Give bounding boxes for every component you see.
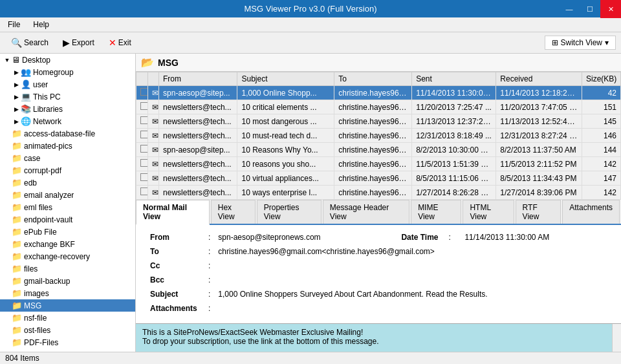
sidebar-item-exchange-recovery[interactable]: 📁exchange-recovery bbox=[0, 250, 135, 262]
expand-icon-network[interactable]: ▶ bbox=[12, 117, 21, 126]
expand-icon-animated-pics[interactable] bbox=[3, 142, 12, 151]
tab-message-header[interactable]: Message Header View bbox=[323, 200, 409, 224]
checkbox-7[interactable] bbox=[140, 187, 147, 195]
tab-html[interactable]: HTML View bbox=[463, 200, 514, 224]
sidebar-item-email-analyzer[interactable]: 📁email analyzer bbox=[0, 189, 135, 201]
expand-icon-eml-files[interactable] bbox=[3, 203, 12, 212]
expand-icon-thispc[interactable]: ▶ bbox=[12, 92, 21, 102]
table-row[interactable]: ✉ newsletters@tech... 10 critical elemen… bbox=[136, 100, 621, 114]
expand-icon-edb[interactable] bbox=[3, 178, 12, 187]
checkbox-1[interactable] bbox=[140, 102, 147, 110]
email-check-3[interactable] bbox=[136, 129, 148, 143]
sidebar-item-exchange-bkf[interactable]: 📁exchange BKF bbox=[0, 238, 135, 250]
email-check-0[interactable] bbox=[136, 86, 148, 100]
sidebar-item-network[interactable]: ▶🌐Network bbox=[0, 115, 135, 127]
email-check-4[interactable] bbox=[136, 143, 148, 157]
sidebar-item-images[interactable]: 📁images bbox=[0, 287, 135, 299]
sidebar-item-animated-pics[interactable]: 📁animated-pics bbox=[0, 140, 135, 152]
sidebar-item-files[interactable]: 📁files bbox=[0, 262, 135, 275]
expand-icon-ost-files[interactable] bbox=[3, 326, 12, 335]
minimize-button[interactable]: — bbox=[559, 0, 580, 18]
preview-body-scrollbar[interactable] bbox=[612, 324, 621, 352]
tab-normal[interactable]: Normal Mail View bbox=[136, 200, 210, 225]
col-header-icon[interactable] bbox=[147, 72, 159, 86]
expand-icon-case[interactable] bbox=[3, 154, 12, 163]
sidebar-item-pdf-files[interactable]: 📁PDF-Files bbox=[0, 336, 135, 348]
table-row[interactable]: ✉ newsletters@tech... 10 reasons you sho… bbox=[136, 157, 621, 171]
expand-icon-nsf-file[interactable] bbox=[3, 314, 12, 323]
email-check-6[interactable] bbox=[136, 171, 148, 186]
sidebar-item-endpoint-vault[interactable]: 📁endpoint-vault bbox=[0, 213, 135, 226]
expand-icon-user[interactable]: ▶ bbox=[12, 80, 21, 89]
tab-properties[interactable]: Properties View bbox=[257, 200, 321, 224]
exit-button[interactable]: ✕ Exit bbox=[103, 35, 137, 50]
folder-icon-edb: 📁 bbox=[12, 178, 22, 187]
sidebar-item-libraries[interactable]: ▶📚Libraries bbox=[0, 103, 135, 115]
expand-icon-gmail-backup[interactable] bbox=[3, 277, 12, 286]
tab-rtf[interactable]: RTF View bbox=[516, 200, 561, 224]
sidebar-item-thispc[interactable]: ▶💻This PC bbox=[0, 91, 135, 103]
email-check-5[interactable] bbox=[136, 157, 148, 171]
tab-attachments[interactable]: Attachments bbox=[562, 200, 620, 224]
export-button[interactable]: ▶ Export bbox=[57, 35, 100, 50]
col-header-from[interactable]: From bbox=[159, 72, 237, 86]
sidebar-item-gmail-backup[interactable]: 📁gmail-backup bbox=[0, 275, 135, 287]
table-row[interactable]: ✉ newsletters@tech... 10 virtual applian… bbox=[136, 171, 621, 186]
tab-mime[interactable]: MIME View bbox=[411, 200, 461, 224]
search-button[interactable]: 🔍 Search bbox=[5, 35, 54, 50]
sidebar-item-corrupt-pdf[interactable]: 📁corrupt-pdf bbox=[0, 164, 135, 177]
table-row[interactable]: ✉ newsletters@tech... 10 most dangerous … bbox=[136, 114, 621, 129]
table-row[interactable]: ✉ spn-aesop@sitep... 10 Reasons Why Yo..… bbox=[136, 143, 621, 157]
checkbox-6[interactable] bbox=[140, 173, 147, 181]
expand-icon-exchange-bkf[interactable] bbox=[3, 240, 12, 249]
close-button[interactable]: ✕ bbox=[600, 0, 621, 18]
switch-view-button[interactable]: ⊞ Switch View ▾ bbox=[545, 36, 616, 50]
email-check-1[interactable] bbox=[136, 100, 148, 114]
expand-icon-epub-file[interactable] bbox=[3, 228, 12, 237]
expand-icon-desktop[interactable]: ▼ bbox=[3, 56, 12, 65]
expand-icon-msg[interactable] bbox=[3, 301, 12, 310]
sidebar-item-desktop[interactable]: ▼🖥Desktop bbox=[0, 54, 135, 66]
sidebar-item-homegroup[interactable]: ▶👥Homegroup bbox=[0, 66, 135, 78]
table-row[interactable]: ✉ newsletters@tech... 10 ways enterprise… bbox=[136, 186, 621, 200]
checkbox-0[interactable] bbox=[140, 88, 147, 96]
checkbox-3[interactable] bbox=[140, 131, 147, 138]
col-header-sent[interactable]: Sent bbox=[412, 72, 496, 86]
sidebar-item-access-database-file[interactable]: 📁access-database-file bbox=[0, 127, 135, 140]
expand-icon-corrupt-pdf[interactable] bbox=[3, 166, 12, 175]
expand-icon-exchange-recovery[interactable] bbox=[3, 252, 12, 261]
sidebar-item-eml-files[interactable]: 📁eml files bbox=[0, 201, 135, 213]
expand-icon-homegroup[interactable]: ▶ bbox=[12, 68, 21, 77]
col-header-to[interactable]: To bbox=[334, 72, 412, 86]
col-header-received[interactable]: Received bbox=[496, 72, 582, 86]
sidebar-item-nsf-file[interactable]: 📁nsf-file bbox=[0, 312, 135, 324]
expand-icon-endpoint-vault[interactable] bbox=[3, 215, 12, 224]
table-row[interactable]: ✉ spn-aesop@sitep... 1,000 Online Shopp.… bbox=[136, 86, 621, 100]
maximize-button[interactable]: ☐ bbox=[580, 0, 600, 18]
sidebar-item-user[interactable]: ▶👤user bbox=[0, 78, 135, 91]
table-row[interactable]: ✉ newsletters@tech... 10 must-read tech … bbox=[136, 129, 621, 143]
sidebar-scroll-area[interactable]: ▼🖥Desktop▶👥Homegroup▶👤user▶💻This PC▶📚Lib… bbox=[0, 54, 135, 352]
expand-icon-email-analyzer[interactable] bbox=[3, 191, 12, 200]
email-check-7[interactable] bbox=[136, 186, 148, 200]
expand-icon-pdf-files[interactable] bbox=[3, 338, 12, 347]
col-header-subject[interactable]: Subject bbox=[237, 72, 334, 86]
sidebar-item-msg[interactable]: 📁MSG bbox=[0, 299, 135, 312]
col-header-check[interactable] bbox=[136, 72, 148, 86]
expand-icon-files[interactable] bbox=[3, 264, 12, 273]
sidebar-item-ost-files[interactable]: 📁ost-files bbox=[0, 324, 135, 336]
expand-icon-libraries[interactable]: ▶ bbox=[12, 105, 21, 114]
checkbox-5[interactable] bbox=[140, 159, 147, 167]
email-check-2[interactable] bbox=[136, 114, 148, 129]
sidebar-item-epub-file[interactable]: 📁ePub File bbox=[0, 226, 135, 238]
menu-help[interactable]: Help bbox=[28, 19, 54, 30]
sidebar-item-case[interactable]: 📁case bbox=[0, 152, 135, 164]
expand-icon-access-database-file[interactable] bbox=[3, 129, 12, 138]
col-header-size[interactable]: Size(KB) bbox=[582, 72, 620, 86]
checkbox-2[interactable] bbox=[140, 116, 147, 124]
menu-file[interactable]: File bbox=[3, 19, 25, 30]
expand-icon-images[interactable] bbox=[3, 289, 12, 298]
sidebar-item-edb[interactable]: 📁edb bbox=[0, 177, 135, 189]
tab-hex[interactable]: Hex View bbox=[211, 200, 256, 224]
checkbox-4[interactable] bbox=[140, 145, 147, 153]
